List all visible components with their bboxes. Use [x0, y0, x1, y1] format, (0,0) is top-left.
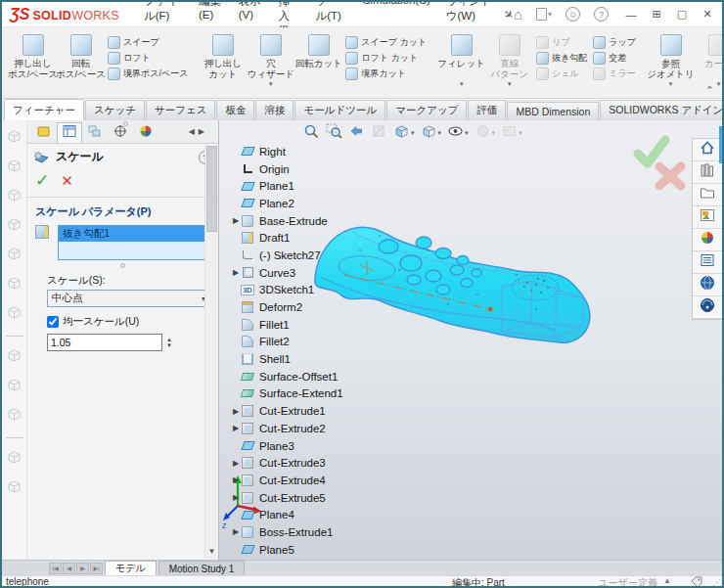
- tree-item-cut-extrude1[interactable]: ▶Cut-Extrude1: [231, 402, 343, 420]
- tree-item-deform2[interactable]: Deform2: [231, 298, 343, 316]
- boundary-cut-button[interactable]: 境界カット: [342, 67, 430, 81]
- chevron-up-icon[interactable]: ▲: [663, 576, 671, 585]
- edit-appearance-button[interactable]: ▾: [473, 122, 498, 144]
- intersect-button[interactable]: 交差: [590, 51, 639, 66]
- tab-板金[interactable]: 板金: [216, 100, 254, 120]
- cancel-x-icon[interactable]: ✕: [61, 172, 73, 190]
- tag-icon[interactable]: [691, 576, 702, 587]
- rib-button[interactable]: リブ: [533, 35, 590, 50]
- tab-MBD Dimension[interactable]: MBD Dimension: [507, 102, 599, 120]
- panel-tab-1[interactable]: [31, 122, 57, 143]
- previous-view-button[interactable]: [346, 122, 367, 144]
- tab-モールドツール[interactable]: モールドツール: [294, 100, 385, 120]
- tree-item-base-extrude[interactable]: ▶Base-Extrude: [231, 212, 343, 230]
- tree-item-plane4[interactable]: Plane4: [231, 506, 343, 523]
- tree-item-sketch27[interactable]: (-) Sketch27: [231, 247, 343, 264]
- panel-tab-2[interactable]: [57, 122, 82, 143]
- view-sphere-icon[interactable]: [6, 304, 23, 325]
- uniform-scale-checkbox[interactable]: [47, 316, 59, 328]
- snap-layout-button[interactable]: ⊞: [644, 4, 669, 25]
- linear-pattern-button[interactable]: 直線パターン▾: [485, 31, 533, 88]
- tree-item-shell1[interactable]: Shell1: [231, 350, 343, 368]
- minimize-button[interactable]: —: [618, 4, 644, 25]
- close-button[interactable]: ✕: [695, 4, 720, 25]
- draft-button[interactable]: 抜き勾配: [533, 51, 590, 66]
- view-orientation-button[interactable]: ▾: [391, 122, 417, 144]
- panel-scrollbar[interactable]: ▼: [204, 146, 217, 559]
- display-icon[interactable]: [6, 406, 23, 427]
- tree-item-surface-extend1[interactable]: Surface-Extend1: [231, 385, 343, 403]
- tree-item-boss-extrude1[interactable]: ▶Boss-Extrude1: [231, 523, 343, 541]
- scrollbar-thumb[interactable]: [206, 146, 217, 232]
- hide-show-items-button[interactable]: ▾: [445, 122, 471, 144]
- tab-フィーチャー[interactable]: フィーチャー: [4, 99, 84, 120]
- scale-about-dropdown[interactable]: 中心点 ▾: [47, 290, 210, 307]
- tree-item-draft1[interactable]: Draft1: [231, 229, 343, 247]
- bodies-to-scale-listbox[interactable]: 抜き勾配1: [58, 225, 210, 260]
- tab-スケッチ[interactable]: スケッチ: [85, 100, 145, 120]
- tree-item-curve3[interactable]: ▶Curve3: [231, 264, 343, 282]
- tree-item-surface-offset1[interactable]: Surface-Offset1: [231, 368, 343, 385]
- drafting-icon[interactable]: [6, 347, 23, 368]
- tab-溶接[interactable]: 溶接: [255, 100, 294, 120]
- graphics-viewport[interactable]: ▾▾▾▾▾ RightOriginPlane1Plane2▶Base-Extru…: [219, 120, 722, 560]
- tree-item-plane5[interactable]: Plane5: [231, 541, 343, 559]
- next-tab-button[interactable]: ▶: [76, 563, 89, 574]
- scroll-left-icon[interactable]: ◀: [189, 127, 195, 136]
- zoom-to-fit-button[interactable]: [301, 122, 322, 144]
- expander-icon[interactable]: ▶: [231, 216, 241, 225]
- help-icon[interactable]: ?: [594, 7, 609, 22]
- shell-button[interactable]: シェル: [533, 67, 590, 81]
- hole-wizard-button[interactable]: 穴ウィザード▾: [247, 31, 294, 88]
- maximize-button[interactable]: ▢: [669, 4, 695, 25]
- tree-item-plane2[interactable]: Plane2: [231, 195, 343, 212]
- unit-system[interactable]: ユーザー定義: [599, 576, 657, 588]
- apply-scene-button[interactable]: ▾: [499, 122, 524, 144]
- tree-item-cut-extrude3[interactable]: ▶Cut-Extrude3: [231, 454, 343, 472]
- view-cube-icon[interactable]: [6, 216, 23, 237]
- spinner-stepper[interactable]: ▲▼: [166, 334, 172, 351]
- reference-geometry-button[interactable]: 参照ジオメトリ▾: [647, 31, 695, 88]
- expander-icon[interactable]: ▶: [231, 493, 241, 502]
- lofted-cut-button[interactable]: ロフト カット: [342, 51, 430, 66]
- tree-item-fillet1[interactable]: Fillet1: [231, 316, 343, 334]
- group-resize-handle[interactable]: [120, 263, 125, 268]
- tree-item-fillet2[interactable]: Fillet2: [231, 334, 343, 351]
- panel-tab-4[interactable]: [108, 122, 133, 143]
- expander-icon[interactable]: ▶: [231, 407, 241, 416]
- section-view-button[interactable]: [369, 122, 389, 144]
- tree-item-cut-extrude5[interactable]: ▶Cut-Extrude5: [231, 489, 343, 507]
- swept-boss-button[interactable]: スイープ: [105, 35, 191, 50]
- tree-item-cut-extrude4[interactable]: ▶Cut-Extrude4: [231, 472, 343, 489]
- user-icon[interactable]: ☺: [566, 7, 580, 22]
- panel-tab-3[interactable]: [82, 122, 108, 143]
- swept-cut-button[interactable]: スイープ カット: [342, 35, 430, 50]
- tree-item-plane3[interactable]: Plane3: [231, 437, 343, 455]
- tree-item-plane1[interactable]: Plane1: [231, 177, 343, 195]
- first-tab-button[interactable]: |◀: [49, 563, 62, 574]
- motion-study-tab[interactable]: Motion Study 1: [158, 561, 246, 575]
- scroll-right-icon[interactable]: ▶: [199, 127, 204, 136]
- boundary-boss-button[interactable]: 境界ボス/ベース: [105, 67, 191, 81]
- selected-body-item[interactable]: 抜き勾配1: [59, 226, 209, 242]
- extruded-boss-base-button[interactable]: 押し出しボス/ベース: [9, 31, 57, 79]
- tab-サーフェス[interactable]: サーフェス: [146, 100, 215, 120]
- confirm-cancel-icon[interactable]: [652, 159, 689, 193]
- view-cube-icon[interactable]: [6, 158, 23, 178]
- prev-tab-button[interactable]: ◀: [63, 563, 75, 574]
- display-style-button[interactable]: ▾: [419, 122, 444, 144]
- scale-factor-input[interactable]: [47, 334, 162, 351]
- view-cube-icon[interactable]: [6, 187, 23, 207]
- expander-icon[interactable]: ▶: [231, 424, 241, 432]
- tab-評価[interactable]: 評価: [468, 100, 506, 120]
- zoom-to-area-button[interactable]: [324, 122, 344, 144]
- ok-check-icon[interactable]: ✓: [35, 170, 49, 191]
- model-tab[interactable]: モデル: [105, 561, 157, 575]
- expander-icon[interactable]: ▶: [231, 268, 241, 277]
- tree-item-right[interactable]: Right: [231, 143, 343, 160]
- tree-item-cut-extrude2[interactable]: ▶Cut-Extrude2: [231, 420, 343, 437]
- revolved-cut-button[interactable]: 回転カット: [294, 31, 342, 79]
- panel-tab-5[interactable]: [133, 122, 158, 143]
- expander-icon[interactable]: ▶: [231, 527, 241, 536]
- panel-resize-handle[interactable]: [123, 121, 128, 126]
